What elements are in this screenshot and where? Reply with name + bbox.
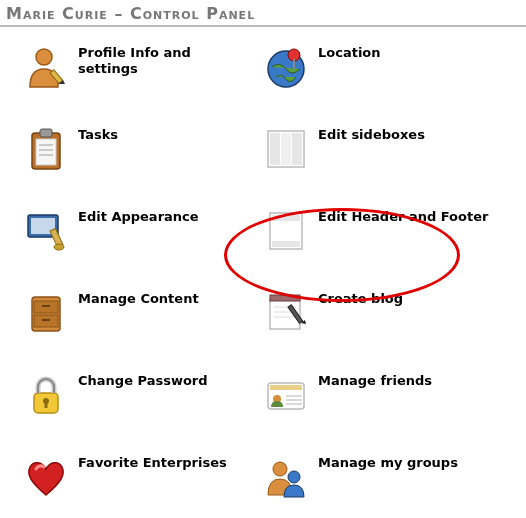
item-label: Edit Appearance	[70, 207, 199, 225]
item-label: Change Password	[70, 371, 208, 389]
item-password[interactable]: Change Password	[0, 361, 252, 443]
svg-rect-39	[270, 385, 302, 390]
item-sideboxes[interactable]: Edit sideboxes	[252, 115, 512, 197]
svg-rect-22	[272, 241, 300, 247]
item-label: Favorite Enterprises	[70, 453, 227, 471]
item-label: Tasks	[70, 125, 118, 143]
svg-rect-5	[293, 59, 295, 69]
svg-rect-37	[45, 402, 48, 408]
item-blog[interactable]: Create blog	[252, 279, 512, 361]
users-group-icon	[262, 453, 310, 501]
svg-point-0	[36, 49, 52, 65]
svg-rect-26	[42, 305, 50, 307]
svg-rect-7	[36, 139, 56, 165]
heart-icon	[22, 453, 70, 501]
id-card-icon	[262, 371, 310, 419]
item-label: Manage friends	[310, 371, 432, 389]
item-content[interactable]: Manage Content	[0, 279, 252, 361]
item-label: Manage Content	[70, 289, 199, 307]
clipboard-icon	[22, 125, 70, 173]
page-title: Marie Curie – Control Panel	[0, 0, 526, 27]
item-label: Edit Header and Footer	[310, 207, 488, 225]
brush-theme-icon	[22, 207, 70, 255]
page-layout-icon	[262, 207, 310, 255]
svg-point-19	[54, 244, 64, 250]
svg-rect-8	[40, 129, 52, 137]
columns-page-icon	[262, 125, 310, 173]
item-appearance[interactable]: Edit Appearance	[0, 197, 252, 279]
item-label: Location	[310, 43, 381, 61]
item-friends[interactable]: Manage friends	[252, 361, 512, 443]
svg-point-44	[273, 462, 287, 476]
svg-rect-29	[270, 295, 300, 301]
item-location[interactable]: Location	[252, 33, 512, 115]
item-favorites[interactable]: Favorite Enterprises	[0, 443, 252, 518]
item-tasks[interactable]: Tasks	[0, 115, 252, 197]
item-label: Create blog	[310, 289, 403, 307]
globe-pin-icon	[262, 43, 310, 91]
svg-rect-21	[272, 215, 300, 221]
item-groups[interactable]: Manage my groups	[252, 443, 512, 518]
item-label: Manage my groups	[310, 453, 458, 471]
svg-rect-15	[292, 133, 302, 165]
svg-rect-13	[270, 133, 280, 165]
item-header-footer[interactable]: Edit Header and Footer	[252, 197, 512, 279]
archive-drawer-icon	[22, 289, 70, 337]
item-label: Profile Info and settings	[70, 43, 252, 76]
person-edit-icon	[22, 43, 70, 91]
svg-rect-14	[281, 133, 291, 165]
item-profile[interactable]: Profile Info and settings	[0, 33, 252, 115]
notepad-pen-icon	[262, 289, 310, 337]
svg-rect-27	[42, 319, 50, 321]
control-panel-grid: Profile Info and settings Location	[0, 33, 526, 518]
svg-point-45	[288, 471, 300, 483]
lock-icon	[22, 371, 70, 419]
item-label: Edit sideboxes	[310, 125, 425, 143]
